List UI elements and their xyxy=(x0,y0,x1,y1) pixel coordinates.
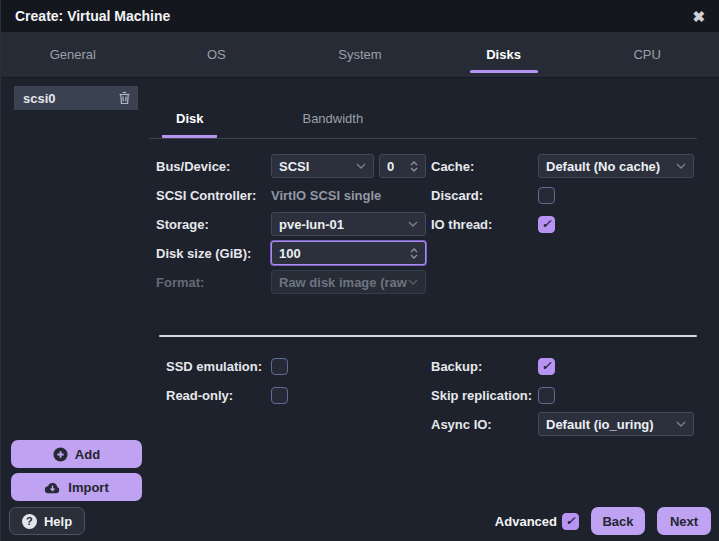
async-io-select[interactable]: Default (io_uring) xyxy=(538,412,694,436)
disk-size-label: Disk size (GiB): xyxy=(156,246,271,261)
io-thread-label: IO thread: xyxy=(431,217,538,232)
import-button[interactable]: Import xyxy=(11,473,142,501)
form-column-right: Cache: Default (No cache) Discard: ✓ IO … xyxy=(431,154,697,299)
back-button[interactable]: Back xyxy=(591,507,645,535)
disk-list-item-scsi0[interactable]: scsi0 xyxy=(14,86,138,110)
cache-select[interactable]: Default (No cache) xyxy=(538,154,694,178)
discard-label: Discard: xyxy=(431,188,538,203)
chevron-down-icon xyxy=(676,163,686,169)
tab-cpu[interactable]: CPU xyxy=(575,32,719,77)
dialog-titlebar: Create: Virtual Machine ✖ xyxy=(1,0,719,32)
skip-replication-label: Skip replication: xyxy=(431,388,538,403)
cloud-download-icon xyxy=(44,481,61,494)
disk-panel: Disk Bandwidth Bus/Device: SCSI 0 xyxy=(149,78,719,541)
advanced-form: SSD emulation: ✓ Read-only: ✓ Backup: ✓ … xyxy=(149,337,719,441)
io-thread-row: IO thread: ✓ xyxy=(431,212,697,236)
disk-inner-tabs: Disk Bandwidth xyxy=(149,78,697,139)
close-icon[interactable]: ✖ xyxy=(692,9,705,24)
storage-select[interactable]: pve-lun-01 xyxy=(271,212,426,236)
next-button[interactable]: Next xyxy=(657,507,711,535)
chevron-down-icon xyxy=(356,163,366,169)
help-button[interactable]: ? Help xyxy=(9,507,85,535)
advanced-label: Advanced xyxy=(495,514,557,529)
form-column-left: Bus/Device: SCSI 0 xyxy=(156,154,431,299)
cache-row: Cache: Default (No cache) xyxy=(431,154,697,178)
create-vm-dialog: Create: Virtual Machine ✖ General OS Sys… xyxy=(0,0,719,541)
io-thread-checkbox[interactable]: ✓ xyxy=(538,216,555,233)
backup-label: Backup: xyxy=(431,359,538,374)
discard-row: Discard: ✓ xyxy=(431,183,697,207)
tab-os[interactable]: OS xyxy=(145,32,289,77)
check-icon: ✓ xyxy=(565,515,575,527)
scsi-controller-value: VirtIO SCSI single xyxy=(271,188,381,203)
dialog-title: Create: Virtual Machine xyxy=(15,8,692,24)
ssd-emulation-row: SSD emulation: ✓ xyxy=(156,354,431,378)
storage-label: Storage: xyxy=(156,217,271,232)
disk-list-sidebar: scsi0 xyxy=(1,78,149,541)
dialog-body: scsi0 Disk Bandwidth Bus/Device: SCS xyxy=(1,78,719,541)
read-only-label: Read-only: xyxy=(156,388,271,403)
backup-checkbox[interactable]: ✓ xyxy=(538,358,555,375)
scsi-controller-label: SCSI Controller: xyxy=(156,188,271,203)
async-io-row: Async IO: Default (io_uring) xyxy=(431,412,697,436)
wizard-tabbar: General OS System Disks CPU xyxy=(1,32,719,78)
async-io-label: Async IO: xyxy=(431,417,538,432)
read-only-checkbox[interactable]: ✓ xyxy=(271,387,288,404)
cache-label: Cache: xyxy=(431,159,538,174)
disk-size-input[interactable]: 100 xyxy=(271,241,426,265)
backup-row: Backup: ✓ xyxy=(431,354,697,378)
spinner-arrows-icon[interactable] xyxy=(410,161,418,172)
read-only-row: Read-only: ✓ xyxy=(156,383,431,407)
advanced-column-left: SSD emulation: ✓ Read-only: ✓ xyxy=(156,354,431,441)
bus-device-row: Bus/Device: SCSI 0 xyxy=(156,154,431,178)
check-icon: ✓ xyxy=(541,360,551,372)
format-select: Raw disk image (raw xyxy=(271,270,426,294)
tab-general[interactable]: General xyxy=(1,32,145,77)
skip-replication-row: Skip replication: ✓ xyxy=(431,383,697,407)
format-row: Format: Raw disk image (raw xyxy=(156,270,431,294)
spinner-arrows-icon[interactable] xyxy=(410,248,418,259)
advanced-checkbox[interactable]: ✓ xyxy=(562,513,579,530)
inner-tab-disk[interactable]: Disk xyxy=(162,111,217,138)
plus-circle-icon xyxy=(53,447,68,462)
bus-device-select[interactable]: SCSI xyxy=(271,154,374,178)
trash-icon[interactable] xyxy=(118,91,131,105)
bus-device-number-spinner[interactable]: 0 xyxy=(379,154,426,178)
chevron-down-icon xyxy=(408,279,418,285)
footer-actions: Advanced ✓ Back Next xyxy=(495,507,711,535)
ssd-emulation-checkbox[interactable]: ✓ xyxy=(271,358,288,375)
storage-row: Storage: pve-lun-01 xyxy=(156,212,431,236)
ssd-emulation-label: SSD emulation: xyxy=(156,359,271,374)
tab-disks[interactable]: Disks xyxy=(432,32,576,77)
advanced-toggle: Advanced ✓ xyxy=(495,513,579,530)
scsi-controller-row: SCSI Controller: VirtIO SCSI single xyxy=(156,183,431,207)
advanced-column-right: Backup: ✓ Skip replication: ✓ Async IO: … xyxy=(431,354,697,441)
disk-item-label: scsi0 xyxy=(23,91,118,106)
chevron-down-icon xyxy=(676,421,686,427)
chevron-down-icon xyxy=(408,221,418,227)
question-circle-icon: ? xyxy=(22,514,37,529)
skip-replication-checkbox[interactable]: ✓ xyxy=(538,387,555,404)
check-icon: ✓ xyxy=(541,218,551,230)
bus-device-label: Bus/Device: xyxy=(156,159,271,174)
format-label: Format: xyxy=(156,275,271,290)
disk-form: Bus/Device: SCSI 0 xyxy=(149,139,719,299)
add-button[interactable]: Add xyxy=(11,440,142,468)
tab-system[interactable]: System xyxy=(288,32,432,77)
tab-underline xyxy=(470,70,538,73)
discard-checkbox[interactable]: ✓ xyxy=(538,187,555,204)
disk-size-row: Disk size (GiB): 100 xyxy=(156,241,431,265)
inner-tab-bandwidth[interactable]: Bandwidth xyxy=(288,111,377,138)
